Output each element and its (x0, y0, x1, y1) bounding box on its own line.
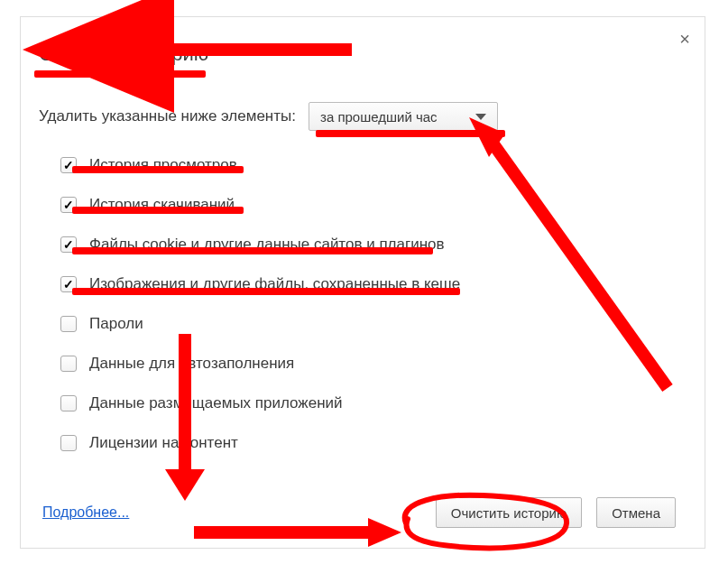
option-hosted-apps: Данные размещаемых приложений (60, 394, 676, 412)
button-row: Очистить историю Отмена (436, 497, 676, 528)
checkbox-browsing-history[interactable] (60, 157, 77, 173)
cancel-button[interactable]: Отмена (596, 497, 676, 528)
option-label: Изображения и другие файлы, сохраненные … (89, 275, 460, 293)
option-label: Данные размещаемых приложений (89, 394, 343, 412)
timerange-value: за прошедший час (320, 109, 438, 125)
checkbox-hosted-apps[interactable] (60, 395, 77, 411)
dialog-footer: Подробнее... Очистить историю Отмена (39, 497, 676, 528)
delete-elements-label: Удалить указанные ниже элементы: (39, 107, 296, 125)
checkbox-cached-images[interactable] (60, 276, 77, 292)
clear-history-button[interactable]: Очистить историю (436, 497, 582, 528)
checkbox-cookies[interactable] (60, 236, 77, 253)
option-label: Лицензии на контент (89, 434, 238, 452)
chevron-down-icon (475, 114, 486, 120)
option-label: История просмотров (89, 156, 237, 174)
option-browsing-history: История просмотров (60, 156, 676, 174)
timerange-row: Удалить указанные ниже элементы: за прош… (39, 102, 676, 131)
options-list: История просмотров История скачиваний Фа… (60, 156, 676, 452)
clear-history-dialog: × Очистить историю Удалить указанные ниж… (20, 16, 705, 549)
option-cached-images: Изображения и другие файлы, сохраненные … (60, 275, 676, 293)
option-licenses: Лицензии на контент (60, 434, 676, 452)
dialog-title: Очистить историю (39, 42, 676, 66)
option-passwords: Пароли (60, 315, 676, 333)
option-cookies: Файлы cookie и другие данные сайтов и пл… (60, 236, 676, 254)
option-autofill: Данные для автозаполнения (60, 355, 676, 373)
more-info-link[interactable]: Подробнее... (42, 504, 129, 521)
option-label: Данные для автозаполнения (89, 355, 294, 373)
close-icon[interactable]: × (679, 30, 690, 48)
checkbox-autofill[interactable] (60, 356, 77, 372)
checkbox-licenses[interactable] (60, 435, 77, 451)
checkbox-passwords[interactable] (60, 316, 77, 332)
option-label: Файлы cookie и другие данные сайтов и пл… (89, 236, 445, 254)
timerange-dropdown[interactable]: за прошедший час (309, 102, 498, 131)
checkbox-download-history[interactable] (60, 197, 77, 213)
option-label: Пароли (89, 315, 143, 333)
option-label: История скачиваний (89, 196, 235, 214)
option-download-history: История скачиваний (60, 196, 676, 214)
